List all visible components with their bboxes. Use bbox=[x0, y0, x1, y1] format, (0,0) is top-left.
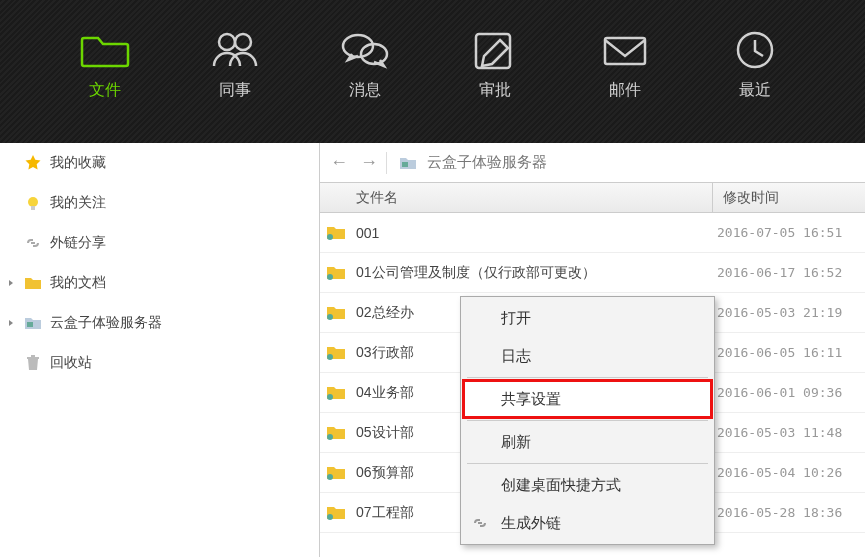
sidebar-item-label: 云盒子体验服务器 bbox=[50, 314, 162, 332]
shared-folder-icon bbox=[326, 225, 346, 241]
nav-back-button[interactable]: ← bbox=[326, 151, 352, 175]
expand-icon[interactable] bbox=[6, 318, 16, 328]
breadcrumb-bar: ← → 云盒子体验服务器 bbox=[320, 143, 865, 183]
ctx-item-label: 日志 bbox=[501, 347, 531, 366]
svg-point-1 bbox=[235, 34, 251, 50]
svg-point-13 bbox=[327, 314, 333, 320]
row-time: 2016-06-01 09:36 bbox=[713, 385, 865, 400]
svg-rect-8 bbox=[31, 206, 35, 210]
tab-files[interactable]: 文件 bbox=[70, 28, 140, 101]
server-folder-icon bbox=[24, 314, 42, 332]
bulb-icon bbox=[24, 194, 42, 212]
ctx-log[interactable]: 日志 bbox=[463, 337, 712, 375]
tab-label: 同事 bbox=[219, 80, 251, 101]
row-time: 2016-06-05 16:11 bbox=[713, 345, 865, 360]
tab-label: 消息 bbox=[349, 80, 381, 101]
sidebar-item-label: 我的关注 bbox=[50, 194, 106, 212]
chat-icon bbox=[340, 28, 390, 72]
row-time: 2016-07-05 16:51 bbox=[713, 225, 865, 240]
svg-point-11 bbox=[327, 234, 333, 240]
table-row[interactable]: 0012016-07-05 16:51 bbox=[320, 213, 865, 253]
svg-point-14 bbox=[327, 354, 333, 360]
people-icon bbox=[210, 28, 260, 72]
svg-point-16 bbox=[327, 434, 333, 440]
clock-icon bbox=[730, 28, 780, 72]
row-time: 2016-05-28 18:36 bbox=[713, 505, 865, 520]
svg-point-7 bbox=[28, 197, 38, 207]
svg-rect-9 bbox=[27, 322, 33, 327]
row-label: 001 bbox=[356, 225, 379, 241]
ctx-item-label: 刷新 bbox=[501, 433, 531, 452]
ctx-item-label: 打开 bbox=[501, 309, 531, 328]
tab-label: 最近 bbox=[739, 80, 771, 101]
svg-rect-5 bbox=[605, 38, 645, 64]
ctx-separator bbox=[467, 377, 708, 378]
sidebar-trash[interactable]: 回收站 bbox=[0, 343, 319, 383]
tab-mail[interactable]: 邮件 bbox=[590, 28, 660, 101]
tab-label: 文件 bbox=[89, 80, 121, 101]
sidebar-share[interactable]: 外链分享 bbox=[0, 223, 319, 263]
row-label: 06预算部 bbox=[356, 464, 414, 482]
row-label: 07工程部 bbox=[356, 504, 414, 522]
row-time: 2016-06-17 16:52 bbox=[713, 265, 865, 280]
ctx-separator bbox=[467, 463, 708, 464]
tab-approval[interactable]: 审批 bbox=[460, 28, 530, 101]
svg-point-15 bbox=[327, 394, 333, 400]
ctx-desktop[interactable]: 创建桌面快捷方式 bbox=[463, 466, 712, 504]
shared-folder-icon bbox=[326, 385, 346, 401]
header-modtime[interactable]: 修改时间 bbox=[713, 183, 865, 212]
row-label: 02总经办 bbox=[356, 304, 414, 322]
shared-folder-icon bbox=[326, 425, 346, 441]
sidebar: 我的收藏 我的关注 外链分享 我的文档 云盒子体验服务器 回收站 bbox=[0, 143, 320, 557]
sidebar-mydocs[interactable]: 我的文档 bbox=[0, 263, 319, 303]
svg-point-0 bbox=[219, 34, 235, 50]
shared-folder-icon bbox=[326, 305, 346, 321]
ctx-open[interactable]: 打开 bbox=[463, 299, 712, 337]
tab-recent[interactable]: 最近 bbox=[720, 28, 790, 101]
top-navigation: 文件 同事 消息 审批 邮件 最近 bbox=[0, 0, 865, 143]
edit-icon bbox=[470, 28, 520, 72]
expand-icon[interactable] bbox=[6, 278, 16, 288]
content-pane: ← → 云盒子体验服务器 文件名 修改时间 0012016-07-05 16:5… bbox=[320, 143, 865, 557]
sidebar-favorites[interactable]: 我的收藏 bbox=[0, 143, 319, 183]
mail-icon bbox=[600, 28, 650, 72]
svg-point-12 bbox=[327, 274, 333, 280]
ctx-refresh[interactable]: 刷新 bbox=[463, 423, 712, 461]
row-time: 2016-05-03 11:48 bbox=[713, 425, 865, 440]
tab-label: 审批 bbox=[479, 80, 511, 101]
header-filename[interactable]: 文件名 bbox=[320, 183, 713, 212]
row-time: 2016-05-04 10:26 bbox=[713, 465, 865, 480]
sidebar-item-label: 外链分享 bbox=[50, 234, 106, 252]
ctx-genlink[interactable]: 生成外链 bbox=[463, 504, 712, 542]
sidebar-follow[interactable]: 我的关注 bbox=[0, 183, 319, 223]
ctx-item-label: 共享设置 bbox=[501, 390, 561, 409]
breadcrumb-label[interactable]: 云盒子体验服务器 bbox=[427, 153, 547, 172]
sidebar-item-label: 我的收藏 bbox=[50, 154, 106, 172]
tab-label: 邮件 bbox=[609, 80, 641, 101]
nav-forward-button[interactable]: → bbox=[356, 151, 382, 175]
link-icon bbox=[24, 234, 42, 252]
row-label: 03行政部 bbox=[356, 344, 414, 362]
tab-colleagues[interactable]: 同事 bbox=[200, 28, 270, 101]
row-label: 01公司管理及制度（仅行政部可更改） bbox=[356, 264, 596, 282]
table-row[interactable]: 01公司管理及制度（仅行政部可更改）2016-06-17 16:52 bbox=[320, 253, 865, 293]
folder-icon bbox=[24, 274, 42, 292]
svg-point-17 bbox=[327, 474, 333, 480]
ctx-share-settings[interactable]: 共享设置 bbox=[463, 380, 712, 418]
table-header: 文件名 修改时间 bbox=[320, 183, 865, 213]
svg-point-18 bbox=[327, 514, 333, 520]
server-folder-icon bbox=[399, 154, 417, 172]
separator bbox=[386, 152, 387, 174]
row-label: 04业务部 bbox=[356, 384, 414, 402]
sidebar-server[interactable]: 云盒子体验服务器 bbox=[0, 303, 319, 343]
svg-rect-10 bbox=[402, 162, 408, 167]
shared-folder-icon bbox=[326, 465, 346, 481]
shared-folder-icon bbox=[326, 505, 346, 521]
ctx-separator bbox=[467, 420, 708, 421]
trash-icon bbox=[24, 354, 42, 372]
folder-icon bbox=[80, 28, 130, 72]
shared-folder-icon bbox=[326, 345, 346, 361]
tab-messages[interactable]: 消息 bbox=[330, 28, 400, 101]
sidebar-item-label: 我的文档 bbox=[50, 274, 106, 292]
context-menu: 打开日志共享设置刷新创建桌面快捷方式生成外链 bbox=[460, 296, 715, 545]
